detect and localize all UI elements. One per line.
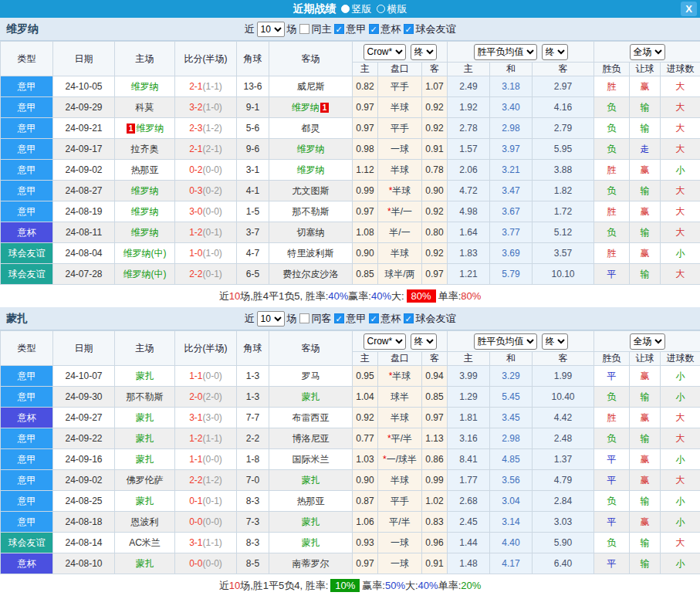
corner-count: 6-5 bbox=[237, 264, 269, 285]
radio-unselected-icon bbox=[377, 5, 385, 13]
home-team: 维罗纳(中) bbox=[115, 243, 175, 264]
away-team: 蒙扎 bbox=[269, 387, 353, 408]
close-icon[interactable]: X bbox=[681, 2, 697, 16]
competition-badge: 球会友谊 bbox=[1, 243, 53, 264]
col-away: 客场 bbox=[269, 331, 353, 366]
home-team: 蒙扎 bbox=[115, 553, 175, 574]
team-label: 博洛尼亚 bbox=[293, 433, 330, 444]
handicap-away-odds: 1.13 bbox=[422, 428, 448, 449]
bookmaker-select[interactable]: Crow* bbox=[364, 333, 406, 350]
europe-draw-odds: 4.17 bbox=[490, 553, 533, 574]
team-section: 维罗纳 近 10 场 同主 ✓ 意甲 ✓ 意杯 ✓ 球会友谊 类型日期主场比分(… bbox=[0, 18, 700, 307]
final-odds-select[interactable]: 终 bbox=[542, 333, 568, 350]
result-group-header: 全场 bbox=[594, 331, 700, 352]
match-count-select[interactable]: 10 bbox=[257, 22, 285, 37]
result-goals: 小 bbox=[661, 366, 700, 387]
col-score: 比分(半场) bbox=[175, 42, 237, 76]
handicap-line: 平/半 bbox=[378, 512, 422, 533]
layout-radio-horizontal[interactable]: 横版 bbox=[377, 2, 407, 16]
europe-draw-odds: 4.40 bbox=[490, 533, 533, 553]
europe-away-odds: 4.79 bbox=[533, 470, 594, 491]
europe-home-odds: 2.45 bbox=[448, 512, 490, 533]
league-checkbox-coppa[interactable]: ✓ bbox=[369, 313, 379, 323]
league-checkbox-serie-a[interactable]: ✓ bbox=[334, 24, 344, 34]
home-team: 维罗纳(中) bbox=[115, 264, 175, 285]
subheader-cell: 盘口 bbox=[378, 352, 422, 366]
team-label: 恩波利 bbox=[131, 516, 159, 527]
col-date: 日期 bbox=[53, 42, 115, 76]
europe-away-odds: 4.42 bbox=[533, 408, 594, 428]
filter-controls: 近 10 场 同客 ✓ 意甲 ✓ 意杯 ✓ 球会友谊 bbox=[245, 311, 456, 327]
same-venue-checkbox[interactable] bbox=[299, 24, 309, 34]
home-team: 蒙扎 bbox=[115, 428, 175, 449]
match-row: 意甲24-09-17拉齐奥2-1(2-1)9-6维罗纳0.98一球0.911.5… bbox=[1, 139, 700, 160]
europe-away-odds: 10.10 bbox=[533, 264, 594, 285]
match-date: 24-08-14 bbox=[53, 533, 115, 553]
away-team: 蒙扎 bbox=[269, 533, 353, 553]
score-cell: 0-0(0-0) bbox=[175, 512, 237, 533]
league-label: 意杯 bbox=[381, 22, 401, 36]
half-time-score: (1-1) bbox=[203, 537, 222, 548]
bookmaker-select[interactable]: Crow* bbox=[364, 44, 406, 60]
scope-select[interactable]: 全场 bbox=[630, 44, 665, 60]
final-odds-select[interactable]: 终 bbox=[411, 333, 437, 350]
summary-segment: 20% bbox=[461, 580, 481, 591]
team-label: 维罗纳(中) bbox=[123, 269, 167, 279]
half-time-score: (0-0) bbox=[203, 558, 222, 569]
filter-bar: 维罗纳 近 10 场 同主 ✓ 意甲 ✓ 意杯 ✓ 球会友谊 bbox=[0, 18, 700, 41]
team-label: 罗马 bbox=[302, 371, 320, 381]
score-cell: 0-1(0-1) bbox=[175, 491, 237, 512]
league-checkbox-coppa[interactable]: ✓ bbox=[369, 24, 379, 34]
team-label: 佛罗伦萨 bbox=[127, 475, 164, 486]
summary-segment: 近 bbox=[219, 289, 229, 303]
scope-select[interactable]: 全场 bbox=[630, 333, 665, 350]
match-row: 意甲24-08-19维罗纳3-0(0-0)1-5那不勒斯0.97*半/一0.92… bbox=[1, 201, 700, 222]
corner-count: 2-2 bbox=[237, 428, 269, 449]
result-outcome: 负 bbox=[594, 181, 630, 201]
europe-home-odds: 1.92 bbox=[448, 97, 490, 118]
team-label: 热那亚 bbox=[131, 164, 159, 175]
team-label: 维罗纳 bbox=[292, 102, 320, 113]
league-label: 意甲 bbox=[347, 22, 367, 36]
filter-bar: 蒙扎 近 10 场 同客 ✓ 意甲 ✓ 意杯 ✓ 球会友谊 bbox=[0, 307, 700, 330]
away-team: 蒙扎 bbox=[269, 470, 353, 491]
away-team: 蒙扎 bbox=[269, 512, 353, 533]
competition-badge: 意甲 bbox=[1, 160, 53, 181]
europe-avg-select[interactable]: 胜平负均值 bbox=[474, 44, 537, 60]
result-outcome: 胜 bbox=[594, 201, 630, 222]
handicap-text: 半球 bbox=[392, 185, 411, 196]
score-cell: 2-1(2-1) bbox=[175, 139, 237, 160]
result-goals: 大 bbox=[661, 97, 700, 118]
europe-away-odds: 2.84 bbox=[533, 491, 594, 512]
europe-home-odds: 1.64 bbox=[448, 222, 490, 243]
league-checkbox-friendly[interactable]: ✓ bbox=[404, 313, 414, 323]
league-checkbox-friendly[interactable]: ✓ bbox=[404, 24, 414, 34]
handicap-group-header: Crow*终 bbox=[353, 331, 448, 352]
full-time-score: 2-3 bbox=[189, 123, 202, 134]
result-handicap: 赢 bbox=[630, 512, 661, 533]
europe-avg-select[interactable]: 胜平负均值 bbox=[474, 333, 537, 350]
result-goals: 大 bbox=[661, 76, 700, 97]
league-label: 球会友谊 bbox=[416, 22, 456, 36]
handicap-away-odds: 0.97 bbox=[422, 264, 448, 285]
final-odds-select[interactable]: 终 bbox=[411, 44, 437, 60]
corner-count: 1-3 bbox=[237, 366, 269, 387]
europe-away-odds: 4.16 bbox=[533, 97, 594, 118]
corner-count: 7-3 bbox=[237, 512, 269, 533]
same-venue-checkbox[interactable] bbox=[299, 313, 309, 323]
competition-badge: 意甲 bbox=[1, 449, 53, 470]
match-count-select[interactable]: 10 bbox=[257, 311, 285, 327]
corner-count: 8-5 bbox=[237, 553, 269, 574]
layout-radio-vertical[interactable]: 竖版 bbox=[341, 2, 372, 16]
half-time-score: (3-0) bbox=[203, 412, 222, 423]
corner-count: 8-3 bbox=[237, 491, 269, 512]
full-time-score: 0-3 bbox=[189, 185, 202, 196]
away-team: 尤文图斯 bbox=[269, 181, 353, 201]
result-goals: 大 bbox=[661, 428, 700, 449]
full-time-score: 3-1 bbox=[189, 412, 202, 423]
handicap-text: 一/球半 bbox=[387, 454, 417, 465]
result-outcome: 负 bbox=[594, 97, 630, 118]
corner-count: 3-7 bbox=[237, 222, 269, 243]
league-checkbox-serie-a[interactable]: ✓ bbox=[334, 313, 344, 323]
final-odds-select[interactable]: 终 bbox=[542, 44, 568, 60]
